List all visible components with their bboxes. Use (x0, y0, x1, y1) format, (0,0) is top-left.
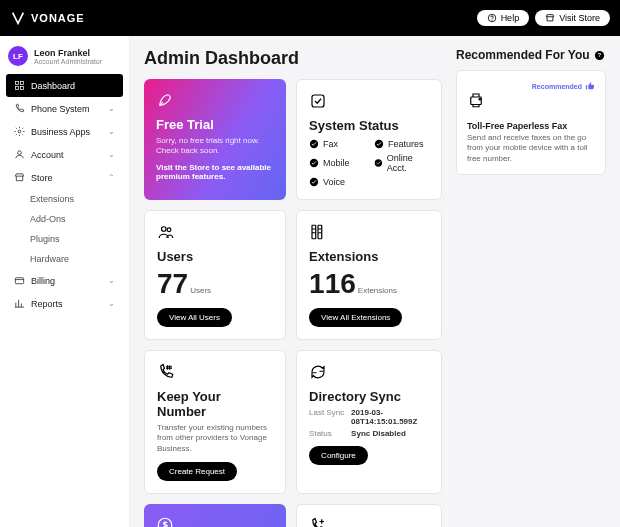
chevron-icon: ⌄ (108, 276, 115, 285)
extensions-icon (309, 223, 327, 241)
chevron-icon: ⌄ (108, 104, 115, 113)
nav-account[interactable]: Account⌄ (6, 143, 123, 166)
help-button[interactable]: Help (477, 10, 530, 26)
nav-icon (14, 126, 25, 137)
help-circle-icon: ? (594, 50, 605, 61)
user-role: Account Administrator (34, 58, 102, 65)
chevron-icon: ⌄ (108, 150, 115, 159)
vonage-icon (10, 10, 26, 26)
brand-logo: VONAGE (10, 10, 85, 26)
svg-rect-5 (20, 86, 23, 89)
nav-sub-add-ons[interactable]: Add-Ons (6, 209, 123, 229)
nav-billing[interactable]: Billing⌄ (6, 269, 123, 292)
users-icon (157, 223, 175, 241)
avatar: LF (8, 46, 28, 66)
dollar-icon (156, 516, 174, 527)
visit-store-button[interactable]: Visit Store (535, 10, 610, 26)
nav-sub-hardware[interactable]: Hardware (6, 249, 123, 269)
status-mobile: Mobile (309, 153, 364, 173)
view-extensions-button[interactable]: View All Extensions (309, 308, 402, 327)
user-profile[interactable]: LF Leon Frankel Account Administrator (6, 44, 123, 74)
nav-icon (14, 149, 25, 160)
recommended-heading: Recommended For You ? (456, 48, 606, 62)
help-icon (487, 13, 497, 23)
status-features: Features (374, 139, 429, 149)
chevron-icon: ⌃ (108, 173, 115, 182)
nav-dashboard[interactable]: Dashboard (6, 74, 123, 97)
rocket-icon (156, 91, 174, 109)
system-status-card: System Status FaxFeaturesMobileOnline Ac… (296, 79, 442, 200)
nav-icon (14, 80, 25, 91)
sync-icon (309, 363, 327, 381)
check-icon (309, 92, 327, 110)
nav-reports[interactable]: Reports⌄ (6, 292, 123, 315)
configure-button[interactable]: Configure (309, 446, 368, 465)
free-trial-link[interactable]: Visit the Store to see available premium… (156, 163, 274, 181)
recommended-card[interactable]: Recommended Toll-Free Paperless Fax Send… (456, 70, 606, 175)
extensions-count: 116 (309, 268, 356, 300)
check-circle-icon (309, 158, 319, 168)
view-users-button[interactable]: View All Users (157, 308, 232, 327)
status-fax: Fax (309, 139, 364, 149)
keep-number-card: Keep Your Number Transfer your existing … (144, 350, 286, 494)
sidebar: LF Leon Frankel Account Administrator Da… (0, 36, 130, 527)
referral-card: Earn Referral Rewards Earn up to $10,000… (144, 504, 286, 527)
user-name: Leon Frankel (34, 48, 102, 58)
fax-icon (467, 91, 485, 109)
check-circle-icon (309, 139, 319, 149)
phone-plus-icon (309, 517, 327, 527)
nav-business-apps[interactable]: Business Apps⌄ (6, 120, 123, 143)
svg-point-23 (479, 99, 481, 101)
chevron-icon: ⌄ (108, 127, 115, 136)
svg-rect-4 (15, 86, 18, 89)
free-trial-card: Free Trial Sorry, no free trials right n… (144, 79, 286, 200)
recommended-badge: Recommended (467, 81, 595, 91)
svg-point-15 (162, 227, 167, 232)
check-circle-icon (374, 158, 383, 168)
page-title: Admin Dashboard (144, 48, 442, 69)
nav-icon (14, 172, 25, 183)
create-request-button[interactable]: Create Request (157, 462, 237, 481)
nav-sub-plugins[interactable]: Plugins (6, 229, 123, 249)
phone-hash-icon (157, 363, 175, 381)
status-online-acct-: Online Acct. (374, 153, 429, 173)
check-circle-icon (309, 177, 319, 187)
svg-point-7 (18, 151, 22, 155)
status-voice: Voice (309, 177, 364, 187)
nav-icon (14, 298, 25, 309)
choose-number-card: Choose Your Number 26Local 12Toll-Free G… (296, 504, 442, 527)
svg-point-6 (18, 130, 21, 133)
store-icon (545, 13, 555, 23)
users-card: Users 77Users View All Users (144, 210, 286, 340)
svg-point-16 (167, 228, 171, 232)
nav-icon (14, 103, 25, 114)
nav-sub-extensions[interactable]: Extensions (6, 189, 123, 209)
nav-store[interactable]: Store⌃ (6, 166, 123, 189)
svg-rect-17 (312, 225, 316, 239)
directory-sync-card: Directory Sync Last Sync2019-03-08T14:15… (296, 350, 442, 494)
svg-rect-2 (15, 81, 18, 84)
svg-rect-8 (15, 278, 23, 284)
users-count: 77 (157, 268, 188, 300)
brand-text: VONAGE (31, 12, 85, 24)
thumbs-up-icon (585, 81, 595, 91)
svg-rect-18 (318, 225, 322, 239)
svg-rect-3 (20, 81, 23, 84)
nav-phone-system[interactable]: Phone System⌄ (6, 97, 123, 120)
chevron-icon: ⌄ (108, 299, 115, 308)
check-circle-icon (374, 139, 384, 149)
extensions-card: Extensions 116Extensions View All Extens… (296, 210, 442, 340)
svg-rect-9 (312, 95, 324, 107)
nav-icon (14, 275, 25, 286)
